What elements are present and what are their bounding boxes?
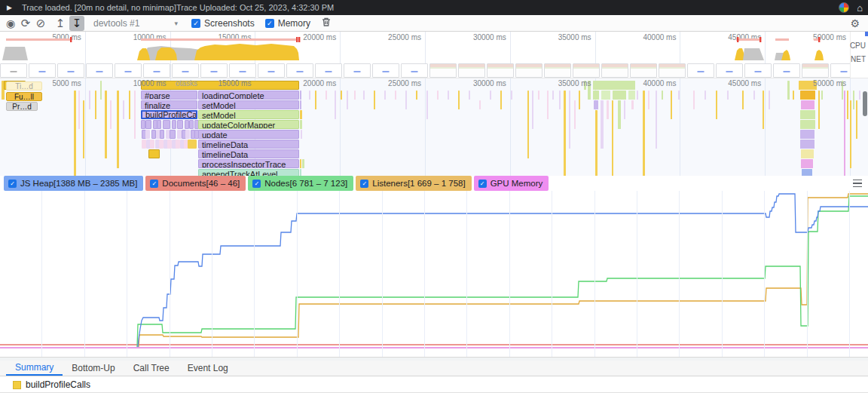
screenshot-thumbnail[interactable] bbox=[0, 63, 27, 78]
memory-series-checkbox[interactable]: ✓ bbox=[150, 180, 158, 188]
timeline-overview[interactable]: 5000 ms10000 ms15000 ms20000 ms25000 ms3… bbox=[0, 32, 868, 78]
flame-event[interactable] bbox=[859, 91, 860, 100]
flame-bar-update[interactable]: update bbox=[198, 130, 299, 139]
flame-event[interactable] bbox=[564, 91, 566, 176]
flame-event[interactable] bbox=[594, 100, 598, 109]
flame-event[interactable] bbox=[134, 91, 136, 139]
flame-event[interactable] bbox=[850, 100, 851, 168]
flame-event[interactable] bbox=[363, 91, 365, 100]
memory-series-checkbox[interactable]: ✓ bbox=[252, 180, 261, 188]
screenshot-thumbnail[interactable] bbox=[229, 63, 256, 78]
screenshots-checkbox[interactable]: ✓ bbox=[191, 19, 200, 28]
flame-event[interactable] bbox=[479, 100, 481, 109]
flame-event[interactable] bbox=[123, 100, 124, 119]
flame-track-chip[interactable]: Fu…ll bbox=[6, 92, 42, 101]
flame-bar-buildProfileCalls[interactable]: buildProfileCalls bbox=[141, 110, 197, 119]
flame-scrollbar[interactable] bbox=[863, 88, 867, 175]
flame-bar-setModel[interactable]: setModel bbox=[198, 110, 299, 119]
screenshot-thumbnail[interactable] bbox=[143, 63, 170, 78]
memory-legend-pill[interactable]: ✓Documents[46 – 46] bbox=[145, 176, 246, 191]
screenshot-thumbnail[interactable] bbox=[29, 63, 56, 78]
flame-event[interactable] bbox=[801, 159, 813, 168]
screenshot-thumbnail[interactable] bbox=[716, 63, 743, 78]
screenshot-thumbnail[interactable] bbox=[601, 63, 628, 78]
hamburger-icon[interactable] bbox=[853, 180, 862, 187]
flame-event[interactable] bbox=[856, 100, 857, 139]
screenshot-thumbnail[interactable] bbox=[401, 63, 428, 78]
flame-bar[interactable] bbox=[172, 120, 176, 129]
flame-event[interactable] bbox=[847, 91, 848, 119]
flame-event[interactable] bbox=[117, 91, 119, 168]
reload-and-record-button[interactable]: ⟳ bbox=[18, 16, 33, 31]
flame-bar[interactable] bbox=[163, 120, 170, 129]
flame-event[interactable] bbox=[601, 91, 610, 100]
screenshot-thumbnail[interactable] bbox=[515, 63, 542, 78]
screenshot-thumbnail[interactable] bbox=[773, 63, 800, 78]
flame-event[interactable] bbox=[437, 91, 439, 100]
flame-event[interactable] bbox=[78, 91, 80, 129]
flame-event[interactable] bbox=[105, 91, 107, 158]
flame-event[interactable] bbox=[648, 91, 649, 109]
home-icon[interactable]: ⌂ bbox=[857, 3, 863, 13]
flame-event[interactable] bbox=[500, 91, 502, 109]
flame-bar-timelineData[interactable]: timelineData bbox=[198, 140, 299, 149]
screenshot-thumbnail[interactable] bbox=[172, 63, 199, 78]
flame-chart[interactable]: otasks 5000 ms10000 ms15000 ms20000 ms25… bbox=[0, 78, 868, 176]
flame-event[interactable] bbox=[547, 91, 549, 119]
screenshot-thumbnail[interactable] bbox=[115, 63, 142, 78]
flame-event[interactable] bbox=[100, 81, 102, 100]
clear-button[interactable]: ⊘ bbox=[33, 16, 48, 31]
record-button[interactable]: ◉ bbox=[3, 16, 18, 31]
flame-event[interactable] bbox=[74, 91, 76, 176]
memory-series-checkbox[interactable]: ✓ bbox=[478, 180, 487, 188]
flame-event[interactable] bbox=[678, 91, 680, 100]
flame-event[interactable] bbox=[335, 91, 336, 119]
flame-bar[interactable] bbox=[160, 130, 164, 139]
flame-event[interactable] bbox=[300, 91, 301, 100]
flame-event[interactable] bbox=[601, 100, 604, 149]
flame-event[interactable] bbox=[426, 91, 428, 119]
flame-event[interactable] bbox=[129, 91, 130, 119]
profile-select[interactable]: devtools #1 ▾ bbox=[90, 17, 181, 30]
flame-event[interactable] bbox=[110, 100, 112, 129]
flame-bar[interactable] bbox=[150, 140, 154, 149]
flame-event[interactable] bbox=[637, 91, 638, 100]
screenshot-thumbnail[interactable] bbox=[659, 63, 686, 78]
flame-event[interactable] bbox=[395, 91, 396, 100]
flame-event[interactable] bbox=[95, 91, 96, 119]
screenshot-thumbnail[interactable] bbox=[830, 63, 850, 78]
tab-call-tree[interactable]: Call Tree bbox=[124, 361, 179, 376]
screenshot-thumbnail[interactable] bbox=[544, 63, 571, 78]
screenshot-thumbnail[interactable] bbox=[86, 63, 113, 78]
memory-legend-pill[interactable]: ✓Nodes[6 781 – 7 123] bbox=[248, 176, 353, 191]
flame-event[interactable] bbox=[818, 91, 820, 129]
tab-summary[interactable]: Summary bbox=[6, 361, 63, 376]
flame-event[interactable] bbox=[309, 91, 310, 100]
flame-bar[interactable] bbox=[145, 130, 150, 139]
flame-event[interactable] bbox=[532, 91, 533, 129]
flame-event[interactable] bbox=[763, 91, 764, 129]
flame-event[interactable] bbox=[628, 91, 635, 100]
screenshot-thumbnail[interactable] bbox=[57, 63, 84, 78]
flame-event[interactable] bbox=[593, 81, 635, 90]
flame-event[interactable] bbox=[469, 91, 470, 100]
flame-bar[interactable] bbox=[145, 120, 151, 129]
flame-event[interactable] bbox=[527, 91, 529, 158]
flame-event[interactable] bbox=[552, 91, 554, 100]
flame-event[interactable] bbox=[347, 91, 348, 109]
tab-bottom-up[interactable]: Bottom-Up bbox=[63, 361, 124, 376]
memory-legend-pill[interactable]: ✓GPU Memory bbox=[474, 176, 549, 191]
flame-bar[interactable] bbox=[157, 120, 161, 129]
flame-event[interactable] bbox=[613, 91, 626, 100]
flame-event[interactable] bbox=[374, 91, 375, 109]
screenshots-toggle[interactable]: ✓ Screenshots bbox=[191, 18, 255, 29]
flame-event[interactable] bbox=[631, 100, 634, 109]
flame-event[interactable] bbox=[727, 91, 729, 100]
screenshot-thumbnail[interactable] bbox=[200, 63, 228, 78]
screenshot-thumbnail[interactable] bbox=[687, 63, 714, 78]
flame-bar[interactable] bbox=[188, 140, 197, 149]
flame-event[interactable] bbox=[624, 100, 625, 119]
memory-legend-pill[interactable]: ✓JS Heap[1388 MB – 2385 MB] bbox=[4, 176, 143, 191]
flame-event[interactable] bbox=[802, 169, 812, 176]
flame-event[interactable] bbox=[300, 169, 301, 176]
